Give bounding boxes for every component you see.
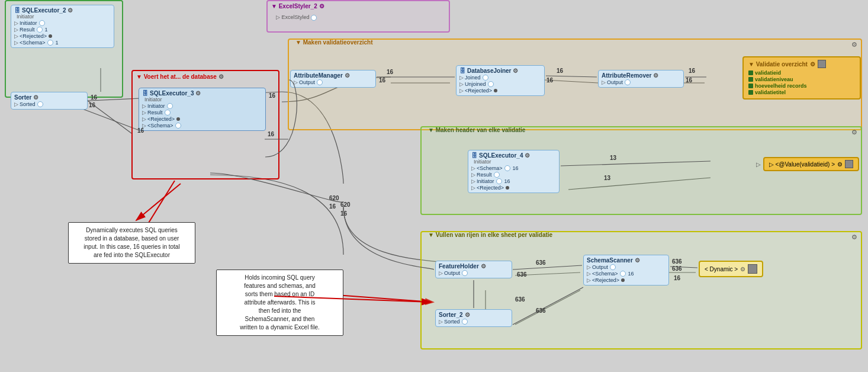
node-featureholder[interactable]: FeatureHolder ⚙ ▷Output [435, 261, 512, 278]
port-schema-4: ▷<Schema> 16 [471, 165, 556, 171]
port-rejected-joiner: ▷<Rejected> [459, 88, 541, 94]
excel-group-label: ▼ ExcelStyler_2 ⚙ [271, 3, 324, 9]
gear-icon-sql3[interactable]: ⚙ [195, 90, 201, 97]
db-icon-3: 🗄 [142, 90, 148, 97]
port-sorted-2: ▷Sorted [439, 319, 509, 325]
workflow-canvas: 🗄 SQLExecutor_2 ⚙ Initiator ▷Initiator ▷… [0, 0, 868, 372]
at-value-node[interactable]: ▷ ▷ <@Value(validatieid) > ⚙ [756, 157, 859, 171]
gear-icon-dynamic[interactable]: ⚙ [740, 266, 745, 272]
port-schema-schema: ▷<Schema> 16 [587, 271, 666, 277]
port-result: ▷Result 1 [14, 27, 111, 33]
num-16-remover: 16 [686, 77, 692, 84]
group-excel: ▼ ExcelStyler_2 ⚙ ▷ ExcelStyled [266, 0, 450, 33]
gear-icon-sorter2[interactable]: ⚙ [465, 312, 470, 318]
group-header-gear[interactable]: ⚙ [851, 129, 857, 136]
gear-icon-sorter[interactable]: ⚙ [33, 94, 38, 101]
svg-text:620: 620 [329, 195, 339, 201]
annotation-sql: Dynamically executes SQL queries stored … [68, 222, 195, 264]
validatie-overzicht-box: ▼ Validatie overzicht ⚙ validatieid vali… [742, 56, 861, 100]
group-validatieoverzicht-gear[interactable]: ⚙ [851, 41, 857, 49]
node-sorter2[interactable]: Sorter_2 ⚙ ▷Sorted [435, 309, 512, 327]
table-icon-atvalue [845, 160, 853, 168]
port-rejected-schema: ▷<Rejected> [587, 277, 666, 283]
group-header-label: ▼ Maken header van elke validatie [426, 127, 527, 133]
v-row-1: validatieid [748, 70, 855, 76]
v-row-2: validatieniveau [748, 76, 855, 82]
port-result-3: ▷Result [142, 110, 262, 116]
node-sorter[interactable]: Sorter ⚙ ▷Sorted [11, 92, 88, 110]
port-unjoined: ▷Unjoined [459, 81, 541, 87]
port-rejected-3: ▷<Rejected> [142, 116, 262, 122]
port-initiator-3: ▷Initiator [142, 103, 262, 109]
v-row-3: hoeveelheid records [748, 83, 855, 89]
num-13: 13 [604, 175, 610, 181]
node-schemascanner[interactable]: SchemaScanner ⚙ ▷Output ▷<Schema> 16 ▷<R… [583, 255, 669, 286]
node-attributeremover[interactable]: AttributeRemover ⚙ ▷Output [598, 70, 684, 88]
num-16-attr: 16 [379, 77, 385, 84]
port-output-schema: ▷Output [587, 264, 666, 270]
num-636-3: 636 [672, 265, 682, 272]
port-initiator: ▷Initiator [14, 20, 111, 26]
group-validatieoverzicht-label: ▼ Maken validatieoverzicht [294, 39, 375, 46]
node-sqlexecutor3[interactable]: 🗄 SQLExecutor_3 ⚙ Initiator ▷Initiator ▷… [139, 88, 266, 131]
db-icon-4: 🗄 [471, 152, 477, 159]
db-icon-joiner: 🗄 [459, 68, 465, 74]
group-vullen: ▼ Vullen van rijen in elke sheet per val… [420, 231, 862, 349]
node-sqlexecutor4[interactable]: 🗄 SQLExecutor_4 ⚙ Initiator ▷<Schema> 16… [468, 150, 560, 193]
annotation-feature: Holds incoming SQL query features and sc… [216, 270, 343, 336]
gear-icon-featureholder[interactable]: ⚙ [481, 263, 486, 270]
group-vullen-label: ▼ Vullen van rijen in elke sheet per val… [426, 232, 554, 238]
db-icon: 🗄 [14, 7, 20, 14]
port-output-attrmanager: ▷Output [294, 79, 372, 85]
num-16-joiner: 16 [546, 77, 553, 84]
node-sqlexecutor2[interactable]: 🗄 SQLExecutor_2 ⚙ Initiator ▷Initiator ▷… [11, 5, 114, 48]
node-attributemanager[interactable]: AttributeManager ⚙ ▷Output [290, 70, 376, 88]
port-rejected-4: ▷<Rejected> [471, 185, 556, 191]
validatie-title: ▼ Validatie overzicht [748, 61, 808, 68]
port-rejected: ▷<Rejected> [14, 33, 111, 39]
node-dynamic[interactable]: < Dynamic > ⚙ [699, 261, 763, 277]
gear-icon-joiner[interactable]: ⚙ [513, 68, 518, 74]
gear-icon[interactable]: ⚙ [67, 7, 73, 14]
table-icon-validatie [818, 60, 826, 68]
num-16-mid: 16 [340, 210, 347, 217]
gear-atvalue[interactable]: ⚙ [837, 161, 843, 168]
gear-icon-attrmanager[interactable]: ⚙ [345, 72, 350, 79]
num-636-2: 636 [515, 296, 525, 303]
num-16-voert: 16 [137, 127, 144, 134]
group-vullen-gear[interactable]: ⚙ [851, 233, 857, 241]
port-schema: ▷<Schema> 1 [14, 40, 111, 46]
gear-icon-sql4[interactable]: ⚙ [525, 152, 530, 159]
port-sorted: ▷Sorted [14, 101, 84, 107]
svg-line-13 [136, 184, 181, 220]
group-voert-label: ▼ Voert het at... de database ⚙ [136, 73, 224, 80]
port-schema-3: ▷<Schema> [142, 123, 262, 129]
port-joined: ▷Joined [459, 75, 541, 81]
svg-text:16: 16 [329, 203, 336, 210]
node-databasejoiner[interactable]: 🗄 DatabaseJoiner ⚙ ▷Joined ▷Unjoined ▷<R… [456, 65, 545, 96]
gear-icon-attrremover[interactable]: ⚙ [653, 72, 658, 79]
port-result-4: ▷Result [471, 172, 556, 178]
gear-icon-schema[interactable]: ⚙ [635, 257, 640, 264]
v-row-4: validatietitel [748, 89, 855, 95]
group-voert: ▼ Voert het at... de database ⚙ 🗄 SQLExe… [131, 70, 279, 179]
num-620: 620 [340, 201, 351, 208]
table-icon-dynamic [748, 264, 757, 274]
port-output-featureholder: ▷Output [439, 270, 509, 276]
port-output-attrremover: ▷Output [602, 79, 680, 85]
gear-validatie[interactable]: ⚙ [810, 61, 815, 68]
port-initiator-4: ▷Initiator 16 [471, 178, 556, 184]
num-16-sorter: 16 [89, 102, 95, 108]
num-636-1: 636 [517, 271, 527, 278]
excel-port: ▷ ExcelStyled [276, 14, 317, 21]
